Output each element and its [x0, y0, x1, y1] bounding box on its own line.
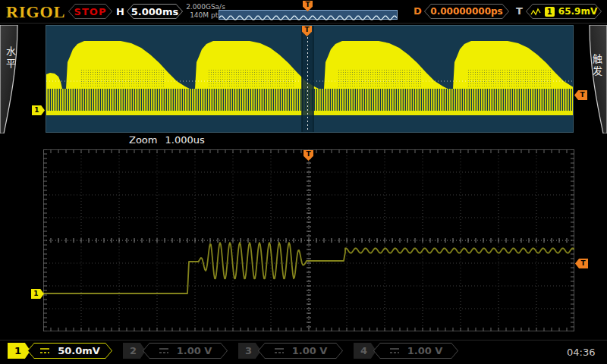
trigger-level-marker-main[interactable]: T [574, 90, 587, 100]
delay-value: 0.00000000ps [430, 6, 502, 17]
horizontal-menu-tab[interactable]: 水平 [0, 25, 21, 133]
trigger-settings-badge[interactable]: 1 65.9mV [526, 4, 602, 19]
dc-coupling-icon [274, 347, 285, 354]
channel1-position-marker-main[interactable]: 1 [32, 105, 45, 115]
channel-4-number: 4 [354, 343, 376, 359]
trigger-menu-tab[interactable]: 触发 [586, 25, 607, 133]
dc-coupling-icon [159, 347, 169, 354]
horizontal-tab-label: 水平 [3, 46, 17, 71]
channel-3-number: 3 [238, 343, 261, 359]
rigol-logo: RIGOL [6, 2, 65, 22]
system-clock: 04:36 [567, 347, 595, 358]
main-waveform-window [46, 25, 574, 133]
oscilloscope-screen: RIGOL STOP H 5.000ms 2.000GSa/s 140M pts… [0, 0, 607, 364]
channel-1-status[interactable]: 1 50.0mV [8, 343, 112, 359]
channel-2-number: 2 [123, 343, 146, 359]
channel1-position-marker-zoom[interactable]: 1 [31, 289, 44, 299]
zoom-label-text: Zoom [129, 134, 157, 146]
trigger-tab-label: 触发 [590, 54, 604, 78]
right-tab-shape [586, 25, 607, 133]
trigger-source-chip: 1 [545, 7, 555, 17]
delay-badge[interactable]: 0.00000000ps [424, 4, 509, 19]
run-state-badge[interactable]: STOP [68, 4, 112, 19]
channel-3-status[interactable]: 3 1.00 V [238, 343, 343, 359]
channel-2-scale: 1.00 V [177, 345, 212, 356]
timebase-badge[interactable]: 5.000ms [127, 4, 183, 19]
channel-4-scale: 1.00 V [407, 345, 443, 356]
zoom-scale-value: 1.000us [165, 134, 204, 146]
channelbar-divider [0, 340, 607, 340]
horizontal-label: H [116, 6, 124, 17]
overview-waveform-icon [219, 14, 397, 22]
zoom-scale-readout: Zoom1.000us [129, 134, 212, 146]
channel-1-scale: 50.0mV [58, 345, 100, 356]
trigger-edge-icon [530, 8, 541, 16]
trigger-level-value: 65.9mV [558, 6, 597, 17]
main-waveform [46, 26, 573, 132]
trigger-level-marker-zoom[interactable]: T [575, 259, 588, 268]
channel-2-status[interactable]: 2 1.00 V [123, 343, 228, 359]
dc-coupling-icon [39, 347, 50, 354]
run-state-label: STOP [74, 6, 107, 17]
left-tab-shape [0, 25, 21, 133]
waveform-overview-bar[interactable] [219, 10, 398, 20]
timebase-value: 5.000ms [131, 6, 178, 17]
channel-4-status[interactable]: 4 1.00 V [354, 343, 458, 359]
trigger-label: T [516, 5, 523, 17]
dc-coupling-icon [389, 347, 400, 354]
channel-3-scale: 1.00 V [292, 345, 328, 356]
zoom-waveform [43, 149, 574, 331]
zoom-waveform-window [43, 149, 574, 331]
topbar-divider [0, 23, 607, 24]
delay-label: D [414, 5, 422, 17]
channel-1-number: 1 [8, 343, 30, 359]
